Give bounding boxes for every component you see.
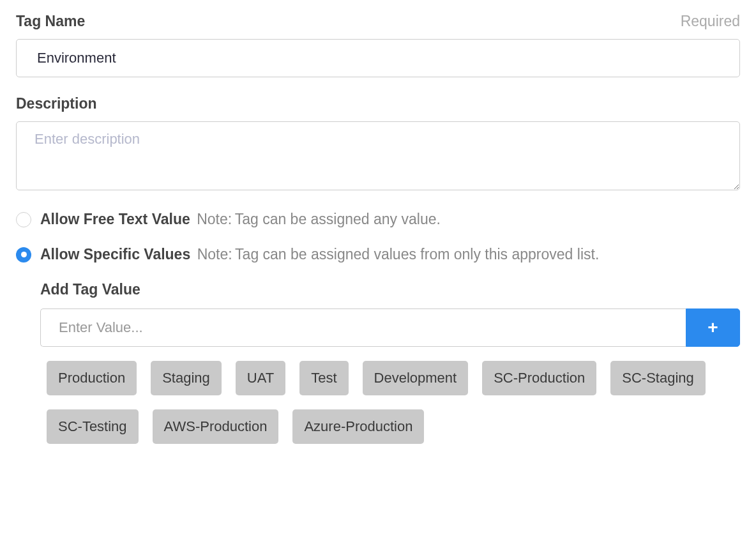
radio-specific-values-note: Tag can be assigned values from only thi… — [235, 246, 599, 263]
required-indicator: Required — [681, 13, 740, 30]
tag-name-label-row: Tag Name Required — [16, 13, 740, 30]
tag-value-chip[interactable]: SC-Staging — [610, 361, 706, 395]
tag-value-chip[interactable]: SC-Testing — [47, 409, 139, 444]
radio-specific-values[interactable] — [16, 247, 31, 263]
radio-selected-dot-icon — [21, 252, 27, 257]
radio-free-text-note: Tag can be assigned any value. — [235, 211, 441, 227]
description-label-row: Description — [16, 95, 740, 112]
tag-name-input[interactable] — [16, 39, 740, 77]
tag-name-field-group: Tag Name Required — [16, 13, 740, 77]
description-label: Description — [16, 95, 97, 112]
radio-specific-values-row: Allow Specific Values Note: Tag can be a… — [16, 246, 740, 263]
radio-specific-values-label: Allow Specific Values — [40, 246, 190, 263]
radio-free-text-row: Allow Free Text Value Note: Tag can be a… — [16, 211, 740, 228]
radio-free-text-note-prefix: Note: — [197, 211, 232, 227]
radio-free-text-text: Allow Free Text Value Note: Tag can be a… — [40, 211, 441, 228]
description-field-group: Description — [16, 95, 740, 193]
radio-free-text-label: Allow Free Text Value — [40, 211, 190, 227]
description-textarea[interactable] — [16, 121, 740, 190]
tag-value-chip[interactable]: Development — [363, 361, 469, 395]
plus-icon: + — [707, 317, 718, 338]
radio-specific-values-note-prefix: Note: — [197, 246, 232, 263]
tag-value-chip[interactable]: SC-Production — [482, 361, 596, 395]
tag-name-label: Tag Name — [16, 13, 85, 30]
tag-values-container: ProductionStagingUATTestDevelopmentSC-Pr… — [40, 361, 740, 444]
tag-value-chip[interactable]: Azure-Production — [292, 409, 424, 444]
radio-free-text[interactable] — [16, 212, 31, 227]
specific-values-section: Add Tag Value + ProductionStagingUATTest… — [16, 281, 740, 444]
tag-value-chip[interactable]: UAT — [236, 361, 285, 395]
add-tag-value-row: + — [40, 308, 740, 347]
add-tag-value-label: Add Tag Value — [40, 281, 740, 298]
tag-value-chip[interactable]: Production — [47, 361, 137, 395]
tag-value-chip[interactable]: Staging — [151, 361, 222, 395]
tag-value-chip[interactable]: Test — [299, 361, 348, 395]
tag-value-chip[interactable]: AWS-Production — [153, 409, 279, 444]
add-tag-value-button[interactable]: + — [686, 308, 740, 347]
add-tag-value-input[interactable] — [40, 308, 686, 347]
radio-specific-values-text: Allow Specific Values Note: Tag can be a… — [40, 246, 599, 263]
